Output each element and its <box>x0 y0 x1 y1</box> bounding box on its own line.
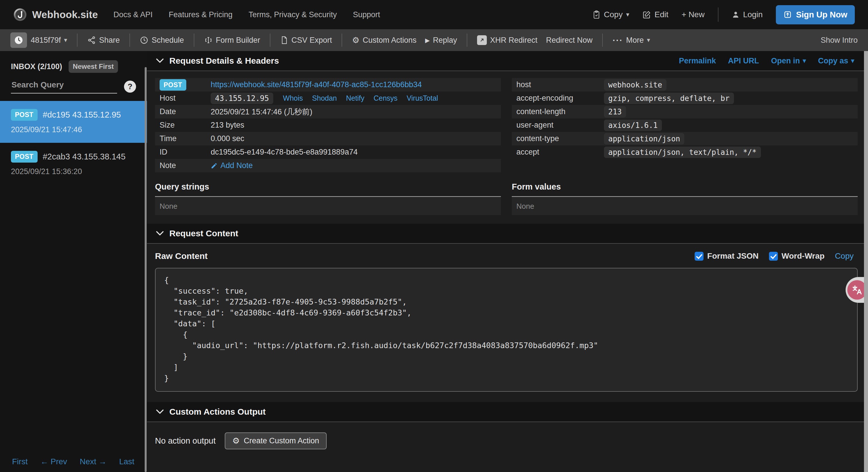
share-icon <box>87 36 96 44</box>
top-navbar: Webhook.site Docs & API Features & Prici… <box>0 0 868 29</box>
chevron-down-icon[interactable] <box>156 231 164 236</box>
app-body: INBOX (2/100) Newest First ? POST #dc195… <box>0 51 868 472</box>
file-icon <box>280 36 288 44</box>
main-scrollbar[interactable] <box>864 51 868 472</box>
pagination-next[interactable]: Next → <box>80 457 106 466</box>
raw-json-content[interactable]: { "success": true, "task_id": "2725a2d3-… <box>155 268 858 392</box>
pagination-prev[interactable]: ← Prev <box>40 457 67 466</box>
divider <box>155 196 501 197</box>
method-badge: POST <box>11 109 38 121</box>
note-row: Note Add Note <box>155 159 501 172</box>
add-note-link[interactable]: Add Note <box>211 161 253 170</box>
box-arrow-up-icon <box>783 10 792 19</box>
request-url-link[interactable]: https://webhook.site/4815f79f-a40f-4078-… <box>211 80 422 89</box>
play-icon: ▶ <box>425 37 430 43</box>
box-arrow-up-right-icon <box>477 35 487 45</box>
copy-as-dropdown[interactable]: Copy as ▾ <box>818 57 854 65</box>
request-title: #dc195 43.155.12.95 <box>43 110 121 120</box>
schedule-button[interactable]: Schedule <box>140 36 184 45</box>
checkbox-checked-icon[interactable] <box>694 252 704 261</box>
whois-link[interactable]: Whois <box>283 94 303 102</box>
request-list: POST #dc195 43.155.12.95 2025/09/21 15:4… <box>0 101 147 185</box>
header-value: axios/1.6.1 <box>604 120 662 131</box>
section-request-details[interactable]: Request Details & Headers Permalink API … <box>147 51 868 71</box>
method-badge: POST <box>11 151 38 163</box>
create-custom-action-button[interactable]: ⚙ Create Custom Action <box>225 432 327 449</box>
actions-output-row: No action output ⚙ Create Custom Action <box>147 422 868 467</box>
virustotal-link[interactable]: VirusTotal <box>407 94 438 102</box>
nav-link-support[interactable]: Support <box>353 10 380 19</box>
section-request-content[interactable]: Request Content <box>147 224 868 244</box>
censys-link[interactable]: Censys <box>373 94 397 102</box>
redirect-now-button[interactable]: Redirect Now <box>546 36 592 45</box>
inbox-header: INBOX (2/100) Newest First <box>0 51 147 73</box>
nav-divider <box>718 7 718 22</box>
request-list-item[interactable]: POST #dc195 43.155.12.95 2025/09/21 15:4… <box>0 101 147 143</box>
sort-order-badge[interactable]: Newest First <box>69 60 118 73</box>
brand-name: Webhook.site <box>32 9 98 20</box>
search-input[interactable] <box>11 80 117 94</box>
pagination-last[interactable]: Last <box>119 457 134 466</box>
replay-button[interactable]: ▶ Replay <box>425 36 457 45</box>
edit-button[interactable]: Edit <box>642 10 668 19</box>
custom-actions-button[interactable]: ⚙ Custom Actions <box>352 36 416 45</box>
nav-link-docs[interactable]: Docs & API <box>113 10 153 19</box>
ellipsis-icon: ··· <box>613 38 623 42</box>
edit-pencil-icon <box>642 10 651 19</box>
request-id-value: dc195dc5-e149-4c78-bde5-e8a991889a74 <box>211 148 358 157</box>
raw-content-header: Raw Content Format JSON Word-Wrap Copy <box>155 251 858 261</box>
caret-down-icon: ▾ <box>626 11 629 18</box>
header-value: application/json, text/plain, */* <box>604 146 761 158</box>
help-icon[interactable]: ? <box>124 80 136 93</box>
netify-link[interactable]: Netify <box>346 94 365 102</box>
request-list-item[interactable]: POST #2cab3 43.155.38.145 2025/09/21 15:… <box>0 143 147 185</box>
toolbar-divider <box>467 34 467 47</box>
csv-export-button[interactable]: CSV Export <box>280 36 332 45</box>
pagination-first[interactable]: First <box>12 457 28 466</box>
checkbox-checked-icon[interactable] <box>769 252 778 261</box>
token-clock-icon[interactable] <box>10 32 27 48</box>
raw-content-title: Raw Content <box>155 251 208 261</box>
copy-content-link[interactable]: Copy <box>835 251 854 261</box>
share-button[interactable]: Share <box>87 36 120 45</box>
headers-table: host webhook.site accept-encoding gzip, … <box>512 78 858 172</box>
show-intro-link[interactable]: Show Intro <box>820 36 858 45</box>
webhook-logo-icon <box>13 8 27 22</box>
xhr-redirect-button[interactable]: XHR Redirect <box>477 35 537 45</box>
more-dropdown[interactable]: ··· More ▾ <box>613 36 650 45</box>
login-button[interactable]: Login <box>732 10 763 19</box>
clipboard-icon <box>592 10 600 19</box>
open-in-dropdown[interactable]: Open in ▾ <box>771 57 806 65</box>
chevron-down-icon[interactable] <box>156 59 164 63</box>
request-details-table: POST https://webhook.site/4815f79f-a40f-… <box>155 78 501 172</box>
chevron-down-icon[interactable] <box>156 409 164 414</box>
date-value: 2025/09/21 15:47:46 (几秒前) <box>211 107 312 117</box>
toolbar-divider <box>194 34 194 47</box>
header-value: application/json <box>604 133 684 144</box>
word-wrap-checkbox[interactable]: Word-Wrap <box>769 251 825 261</box>
brand[interactable]: Webhook.site <box>13 8 98 22</box>
section-custom-actions-output[interactable]: Custom Actions Output <box>147 402 868 422</box>
form-values-title: Form values <box>512 182 858 192</box>
ip-lookup-links: Whois Shodan Netify Censys VirusTotal <box>283 94 438 102</box>
api-url-link[interactable]: API URL <box>728 57 759 65</box>
permalink-link[interactable]: Permalink <box>679 57 716 65</box>
form-builder-button[interactable]: Form Builder <box>204 36 260 45</box>
details-grid: POST https://webhook.site/4815f79f-a40f-… <box>147 71 868 174</box>
shodan-link[interactable]: Shodan <box>312 94 337 102</box>
toolbar-divider <box>602 34 603 47</box>
signup-button[interactable]: Sign Up Now <box>776 5 855 24</box>
format-json-checkbox[interactable]: Format JSON <box>694 251 758 261</box>
copy-dropdown[interactable]: Copy ▾ <box>592 10 629 19</box>
toolbar-divider <box>270 34 270 47</box>
nav-link-pricing[interactable]: Features & Pricing <box>169 10 232 19</box>
section-title: Custom Actions Output <box>169 407 266 417</box>
size-row: Size 213 bytes <box>155 119 501 132</box>
request-date: 2025/09/21 15:36:20 <box>11 167 136 176</box>
caret-down-icon: ▾ <box>803 58 806 64</box>
method-badge: POST <box>160 79 186 91</box>
sidebar-scrollbar[interactable] <box>145 67 147 472</box>
nav-link-terms[interactable]: Terms, Privacy & Security <box>249 10 337 19</box>
token-dropdown[interactable]: 4815f79f ▾ <box>10 32 67 48</box>
new-button[interactable]: + New <box>682 10 705 19</box>
